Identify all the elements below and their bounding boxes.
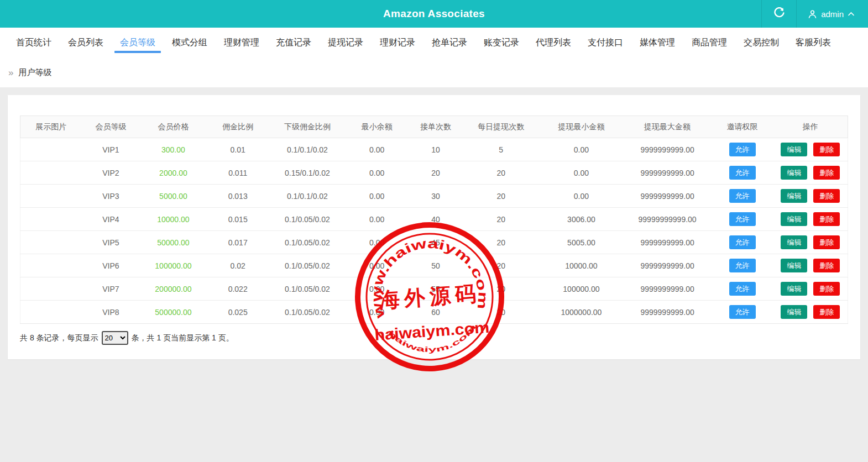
user-menu[interactable]: admin bbox=[797, 0, 868, 28]
refresh-icon bbox=[773, 7, 785, 21]
nav-tab-product-manage[interactable]: 商品管理 bbox=[683, 28, 735, 58]
column-header: 佣金比例 bbox=[206, 116, 269, 138]
cell-max-withdraw: 9999999999.00 bbox=[624, 301, 712, 324]
cell-min-withdraw: 1000000.00 bbox=[539, 301, 624, 324]
cell-price: 300.00 bbox=[140, 138, 207, 161]
nav-tab-payment-api[interactable]: 支付接口 bbox=[579, 28, 631, 58]
cell-min-balance: 0.00 bbox=[346, 208, 409, 231]
nav-tab-home-stats[interactable]: 首页统计 bbox=[8, 28, 60, 58]
cell-min-balance: 0.00 bbox=[346, 161, 409, 185]
user-icon bbox=[808, 9, 817, 19]
cell-image bbox=[20, 138, 82, 161]
cell-min-balance: 0.00 bbox=[346, 231, 409, 254]
column-header: 操作 bbox=[773, 116, 848, 138]
cell-min-withdraw: 0.00 bbox=[539, 161, 624, 185]
delete-button[interactable]: 删除 bbox=[813, 259, 840, 272]
delete-button[interactable]: 删除 bbox=[813, 282, 840, 296]
table-row: VIP1 300.00 0.01 0.1/0.1/0.02 0.00 10 5 … bbox=[20, 138, 848, 161]
cell-commission: 0.022 bbox=[206, 277, 269, 301]
cell-sub-commission: 0.1/0.05/0.02 bbox=[269, 277, 346, 301]
cell-invite-permission: 允许 bbox=[711, 185, 773, 208]
cell-invite-permission: 允许 bbox=[711, 254, 773, 277]
nav-tab-member-list[interactable]: 会员列表 bbox=[60, 28, 112, 58]
cell-min-balance: 0.00 bbox=[346, 138, 409, 161]
cell-min-balance: 0.00 bbox=[346, 277, 409, 301]
cell-max-withdraw: 9999999999.00 bbox=[624, 161, 712, 185]
nav-tab-agent-list[interactable]: 代理列表 bbox=[527, 28, 579, 58]
cell-image bbox=[20, 254, 82, 277]
table-row: VIP3 5000.00 0.013 0.1/0.1/0.02 0.00 30 … bbox=[20, 185, 848, 208]
cell-image bbox=[20, 185, 82, 208]
edit-button[interactable]: 编辑 bbox=[781, 282, 807, 296]
cell-actions: 编辑 删除 bbox=[773, 138, 848, 161]
column-header: 邀请权限 bbox=[711, 116, 773, 138]
column-header: 会员等级 bbox=[81, 116, 140, 138]
delete-button[interactable]: 删除 bbox=[813, 166, 840, 180]
cell-orders: 55 bbox=[409, 277, 463, 301]
page-size-select[interactable]: 20 bbox=[102, 331, 128, 345]
edit-button[interactable]: 编辑 bbox=[781, 189, 807, 203]
column-header: 接单次数 bbox=[409, 116, 463, 138]
edit-button[interactable]: 编辑 bbox=[781, 212, 807, 226]
nav-tab-customer-service-list[interactable]: 客服列表 bbox=[787, 28, 839, 58]
column-header: 会员价格 bbox=[140, 116, 207, 138]
allow-button[interactable]: 允许 bbox=[729, 235, 756, 249]
cell-min-balance: 0.00 bbox=[346, 301, 409, 324]
edit-button[interactable]: 编辑 bbox=[781, 166, 807, 180]
allow-button[interactable]: 允许 bbox=[729, 259, 756, 272]
nav-tab-grab-order-records[interactable]: 抢单记录 bbox=[423, 28, 475, 58]
table-body: VIP1 300.00 0.01 0.1/0.1/0.02 0.00 10 5 … bbox=[20, 138, 848, 324]
nav-tab-mode-group[interactable]: 模式分组 bbox=[164, 28, 216, 58]
delete-button[interactable]: 删除 bbox=[813, 235, 840, 249]
allow-button[interactable]: 允许 bbox=[729, 212, 756, 226]
delete-button[interactable]: 删除 bbox=[813, 305, 840, 319]
nav-tab-finance-manage[interactable]: 理财管理 bbox=[216, 28, 268, 58]
nav-tab-member-level[interactable]: 会员等级 bbox=[112, 28, 164, 58]
allow-button[interactable]: 允许 bbox=[729, 282, 756, 296]
cell-price: 2000.00 bbox=[140, 161, 207, 185]
nav-tab-withdraw-records[interactable]: 提现记录 bbox=[320, 28, 372, 58]
nav-tab-trade-control[interactable]: 交易控制 bbox=[735, 28, 787, 58]
cell-orders: 45 bbox=[409, 231, 463, 254]
refresh-button[interactable] bbox=[761, 0, 797, 28]
cell-commission: 0.013 bbox=[206, 185, 269, 208]
cell-min-withdraw: 0.00 bbox=[539, 185, 624, 208]
nav-tab-recharge-records[interactable]: 充值记录 bbox=[268, 28, 320, 58]
cell-max-withdraw: 9999999999.00 bbox=[624, 231, 712, 254]
cell-min-withdraw: 10000.00 bbox=[539, 254, 624, 277]
cell-max-withdraw: 9999999999.00 bbox=[624, 185, 712, 208]
cell-daily-withdrawals: 20 bbox=[463, 208, 539, 231]
cell-invite-permission: 允许 bbox=[711, 231, 773, 254]
cell-min-withdraw: 0.00 bbox=[539, 138, 624, 161]
cell-invite-permission: 允许 bbox=[711, 301, 773, 324]
nav-tab-balance-change-records[interactable]: 账变记录 bbox=[475, 28, 527, 58]
allow-button[interactable]: 允许 bbox=[729, 305, 756, 319]
cell-commission: 0.011 bbox=[206, 161, 269, 185]
edit-button[interactable]: 编辑 bbox=[781, 259, 807, 272]
cell-actions: 编辑 删除 bbox=[773, 161, 848, 185]
cell-actions: 编辑 删除 bbox=[773, 277, 848, 301]
delete-button[interactable]: 删除 bbox=[813, 143, 840, 156]
edit-button[interactable]: 编辑 bbox=[781, 305, 807, 319]
delete-button[interactable]: 删除 bbox=[813, 189, 840, 203]
nav-tab-media-manage[interactable]: 媒体管理 bbox=[631, 28, 683, 58]
edit-button[interactable]: 编辑 bbox=[781, 143, 807, 156]
cell-max-withdraw: 99999999999.00 bbox=[624, 208, 712, 231]
cell-commission: 0.017 bbox=[206, 231, 269, 254]
nav-tab-finance-records[interactable]: 理财记录 bbox=[372, 28, 423, 58]
cell-image bbox=[20, 208, 82, 231]
cell-commission: 0.025 bbox=[206, 301, 269, 324]
cell-price: 5000.00 bbox=[140, 185, 207, 208]
allow-button[interactable]: 允许 bbox=[729, 143, 756, 156]
table-row: VIP7 200000.00 0.022 0.1/0.05/0.02 0.00 … bbox=[20, 277, 848, 301]
cell-orders: 20 bbox=[409, 161, 463, 185]
edit-button[interactable]: 编辑 bbox=[781, 235, 807, 249]
cell-actions: 编辑 删除 bbox=[773, 185, 848, 208]
cell-daily-withdrawals: 20 bbox=[463, 185, 539, 208]
column-header: 提现最大金额 bbox=[624, 116, 712, 138]
pagination-prefix: 共 8 条记录，每页显示 bbox=[20, 333, 98, 343]
allow-button[interactable]: 允许 bbox=[729, 189, 756, 203]
delete-button[interactable]: 删除 bbox=[813, 212, 840, 226]
allow-button[interactable]: 允许 bbox=[729, 166, 756, 180]
cell-daily-withdrawals: 20 bbox=[463, 231, 539, 254]
